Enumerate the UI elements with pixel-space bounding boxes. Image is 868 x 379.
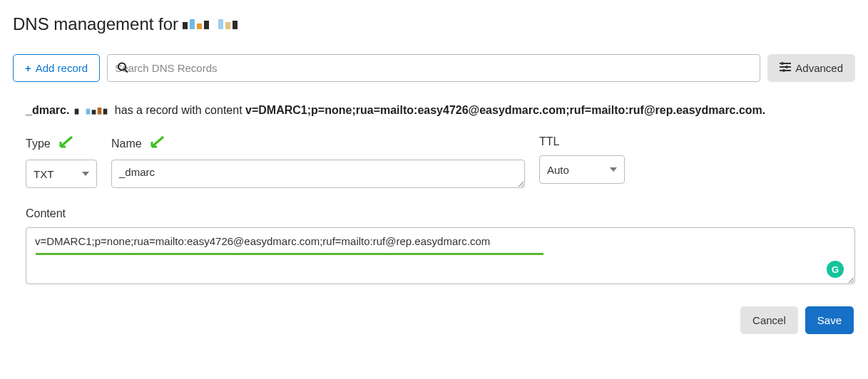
ttl-value: Auto — [547, 164, 569, 176]
name-label: Name — [111, 137, 142, 150]
form-actions: Cancel Save — [13, 306, 855, 334]
redacted-domain-icon — [183, 19, 238, 29]
chevron-down-icon — [82, 172, 89, 176]
page-title: DNS management for — [13, 14, 855, 34]
plus-icon: + — [25, 62, 31, 74]
type-value: TXT — [34, 168, 53, 180]
arrow-hint-icon — [56, 135, 73, 152]
search-wrap — [107, 54, 760, 82]
cancel-button[interactable]: Cancel — [740, 306, 798, 334]
notice-content-value: v=DMARC1;p=none;rua=mailto:easy4726@easy… — [245, 104, 762, 116]
type-select[interactable]: TXT — [26, 160, 97, 188]
advanced-label: Advanced — [795, 62, 843, 74]
chevron-down-icon — [610, 167, 617, 172]
field-name: Name — [111, 135, 525, 190]
notice-dot: . — [762, 104, 765, 116]
notice-text: has a record with content — [115, 104, 242, 116]
name-input[interactable] — [111, 160, 525, 188]
type-label: Type — [26, 137, 51, 150]
existing-record-notice: _dmarc. has a record with content v=DMAR… — [13, 100, 855, 120]
field-type: Type TXT — [26, 135, 97, 190]
field-content: Content G — [13, 207, 855, 286]
redacted-domain-icon — [75, 106, 108, 114]
arrow-hint-icon — [148, 135, 165, 152]
field-ttl: TTL Auto — [539, 135, 625, 190]
notice-domain-prefix: _dmarc. — [26, 100, 69, 120]
ttl-label: TTL — [539, 135, 559, 148]
toolbar: + Add record Advanced — [13, 54, 855, 82]
save-button[interactable]: Save — [805, 306, 854, 334]
search-input[interactable] — [107, 54, 760, 82]
notice-domain: _dmarc. — [26, 100, 111, 120]
svg-point-3 — [781, 62, 784, 65]
form-row-main: Type TXT Name TTL Auto — [13, 135, 855, 190]
content-label: Content — [26, 207, 855, 220]
content-wrap: G — [26, 227, 855, 286]
advanced-button[interactable]: Advanced — [767, 54, 855, 82]
ttl-label-row: TTL — [539, 135, 625, 148]
add-record-label: Add record — [36, 62, 88, 74]
svg-point-5 — [785, 66, 788, 68]
add-record-button[interactable]: + Add record — [13, 54, 100, 82]
svg-point-7 — [782, 69, 785, 72]
ttl-select[interactable]: Auto — [539, 155, 625, 184]
title-prefix: DNS management for — [13, 14, 178, 34]
name-label-row: Name — [111, 135, 525, 152]
content-input[interactable] — [26, 227, 855, 284]
filter-icon — [780, 62, 791, 74]
type-label-row: Type — [26, 135, 97, 152]
grammarly-icon[interactable]: G — [827, 261, 844, 278]
